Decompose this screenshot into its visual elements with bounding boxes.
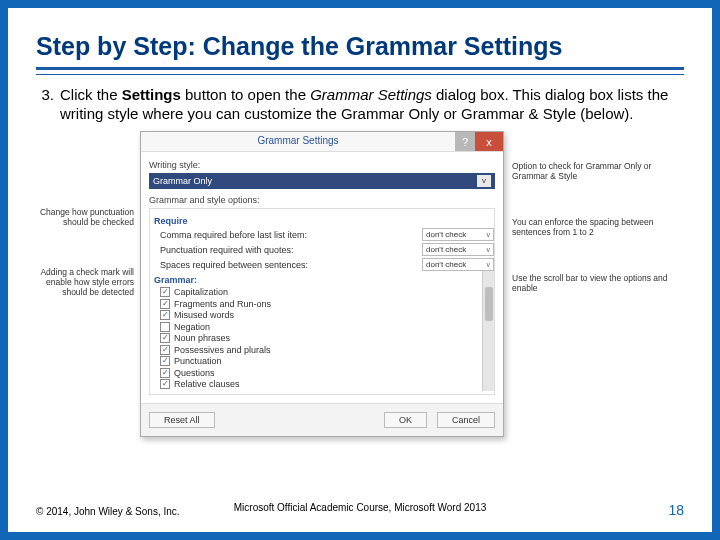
checkbox-icon (160, 322, 170, 332)
require-row: Spaces required between sentences: don't… (150, 258, 494, 271)
checkbox-icon: ✓ (160, 299, 170, 309)
grammar-check-label: Relative clauses (174, 379, 240, 389)
page-title: Step by Step: Change the Grammar Setting… (36, 32, 684, 70)
require-row-label: Spaces required between sentences: (160, 260, 308, 270)
callout-left-1: Change how punctuation should be checked (36, 207, 140, 227)
step-text: Click the Settings button to open the Gr… (60, 85, 684, 123)
grammar-check-row[interactable]: Negation (150, 322, 494, 332)
require-value: don't check (426, 260, 466, 269)
callout-right-1: Option to check for Grammar Only or Gram… (512, 161, 684, 181)
writing-style-select[interactable]: Grammar Only v (149, 173, 495, 189)
dialog-titlebar: Grammar Settings ? x (141, 132, 503, 152)
checkbox-icon: ✓ (160, 310, 170, 320)
grammar-label: Grammar: (150, 275, 494, 285)
dialog-title: Grammar Settings (141, 132, 455, 151)
checkbox-icon: ✓ (160, 333, 170, 343)
grammar-check-row[interactable]: ✓Relative clauses (150, 379, 494, 389)
callout-right-2: You can enforce the spacing between sent… (512, 217, 684, 237)
step-text-bold: Settings (122, 86, 185, 103)
grammar-settings-dialog: Grammar Settings ? x Writing style: Gram… (140, 131, 504, 437)
require-select[interactable]: don't checkv (422, 228, 494, 241)
options-label: Grammar and style options: (149, 195, 495, 205)
cancel-button[interactable]: Cancel (437, 412, 495, 428)
reset-all-button[interactable]: Reset All (149, 412, 215, 428)
chevron-down-icon: v (487, 261, 491, 268)
left-callouts: Change how punctuation should be checked… (36, 131, 140, 297)
diagram: Change how punctuation should be checked… (36, 131, 684, 437)
grammar-check-label: Misused words (174, 310, 234, 320)
require-value: don't check (426, 230, 466, 239)
chevron-down-icon: v (477, 175, 491, 187)
checkbox-icon: ✓ (160, 368, 170, 378)
grammar-check-row[interactable]: ✓Possessives and plurals (150, 345, 494, 355)
require-label: Require (150, 216, 494, 226)
grammar-check-row[interactable]: ✓Questions (150, 368, 494, 378)
step-text-mid: button to open the (185, 86, 310, 103)
grammar-check-label: Possessives and plurals (174, 345, 271, 355)
step-text-italic: Grammar Settings (310, 86, 432, 103)
checkbox-icon: ✓ (160, 345, 170, 355)
grammar-check-row[interactable]: ✓Fragments and Run-ons (150, 299, 494, 309)
grammar-check-label: Questions (174, 368, 215, 378)
grammar-check-label: Punctuation (174, 356, 222, 366)
scrollbar-thumb[interactable] (485, 287, 493, 321)
grammar-check-row[interactable]: ✓Capitalization (150, 287, 494, 297)
help-button[interactable]: ? (455, 132, 475, 151)
require-row-label: Comma required before last list item: (160, 230, 307, 240)
writing-style-value: Grammar Only (153, 176, 212, 186)
checkbox-icon: ✓ (160, 356, 170, 366)
grammar-check-row[interactable]: ✓Punctuation (150, 356, 494, 366)
require-select[interactable]: don't checkv (422, 243, 494, 256)
require-row: Punctuation required with quotes: don't … (150, 243, 494, 256)
grammar-check-label: Fragments and Run-ons (174, 299, 271, 309)
step-row: 3. Click the Settings button to open the… (36, 85, 684, 123)
grammar-check-label: Capitalization (174, 287, 228, 297)
require-value: don't check (426, 245, 466, 254)
callout-left-2: Adding a check mark will enable how styl… (36, 267, 140, 297)
require-row-label: Punctuation required with quotes: (160, 245, 294, 255)
grammar-check-row[interactable]: ✓Noun phrases (150, 333, 494, 343)
checkbox-icon: ✓ (160, 379, 170, 389)
grammar-check-label: Noun phrases (174, 333, 230, 343)
grammar-check-label: Negation (174, 322, 210, 332)
chevron-down-icon: v (487, 231, 491, 238)
step-text-pre: Click the (60, 86, 122, 103)
writing-style-label: Writing style: (149, 160, 495, 170)
ok-button[interactable]: OK (384, 412, 427, 428)
chevron-down-icon: v (487, 246, 491, 253)
step-number: 3. (36, 85, 60, 123)
scrollbar[interactable] (482, 271, 494, 391)
close-button[interactable]: x (475, 132, 503, 151)
dialog-button-row: Reset All OK Cancel (141, 403, 503, 436)
footer: © 2014, John Wiley & Sons, Inc. Microsof… (36, 502, 684, 518)
require-select[interactable]: don't checkv (422, 258, 494, 271)
grammar-check-row[interactable]: ✓Misused words (150, 310, 494, 320)
callout-right-3: Use the scroll bar to view the options a… (512, 273, 684, 293)
right-callouts: Option to check for Grammar Only or Gram… (504, 131, 684, 293)
checkbox-icon: ✓ (160, 287, 170, 297)
footer-center: Microsoft Official Academic Course, Micr… (36, 502, 684, 513)
title-underline (36, 74, 684, 75)
require-row: Comma required before last list item: do… (150, 228, 494, 241)
